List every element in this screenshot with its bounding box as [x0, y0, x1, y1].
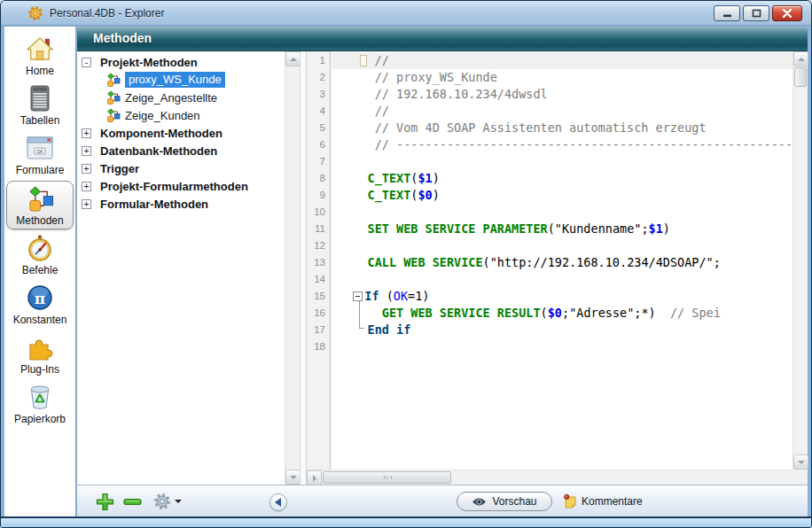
sidebar-item-label: Befehle [22, 264, 59, 276]
sidebar-item-plugins[interactable]: Plug-Ins [6, 330, 74, 378]
comments-toggle[interactable]: Kommentare [563, 493, 643, 509]
sidebar-item-befehle[interactable]: Befehle [6, 231, 74, 279]
explorer-window: Personal.4DB - Explorer Home Tabellen OK… [0, 0, 812, 528]
expand-node-icon[interactable]: + [82, 199, 91, 209]
content-area: Methoden -Projekt-Methoden proxy_WS_Kund… [77, 27, 808, 516]
maximize-button[interactable] [743, 5, 769, 21]
expand-node-icon[interactable]: + [82, 146, 91, 156]
add-method-button[interactable] [96, 493, 114, 511]
panel-splitter[interactable] [300, 51, 307, 485]
tree-item-label: proxy_WS_Kunde [125, 72, 225, 88]
note-icon [563, 493, 577, 509]
scroll-right-button[interactable] [307, 470, 322, 485]
method-tree-panel[interactable]: -Projekt-Methoden proxy_WS_Kunde Zeige_A… [77, 51, 300, 485]
sidebar-item-konstanten[interactable]: π Konstanten [6, 281, 74, 329]
expand-node-icon[interactable]: + [82, 182, 91, 191]
tree-item-label: Projekt-Formularmethoden [100, 180, 248, 193]
code-line-12 [332, 237, 792, 254]
horizontal-scroll-thumb[interactable] [323, 471, 451, 484]
code-horizontal-scrollbar[interactable] [307, 470, 792, 485]
sidebar-item-tabellen[interactable]: Tabellen [6, 82, 74, 129]
sidebar-item-home[interactable]: Home [6, 32, 74, 80]
tree-item-datenbank-methoden[interactable]: +Datenbank-Methoden [77, 142, 285, 159]
line-number: 16 [307, 305, 330, 322]
fold-collapse-icon[interactable] [353, 291, 363, 301]
line-number: 10 [307, 204, 330, 221]
scroll-down-button[interactable] [285, 470, 300, 485]
tree-item-zeige-angestellte[interactable]: Zeige_Angestellte [77, 89, 285, 106]
code-editor-area[interactable]: // // proxy_WS_Kunde // 192.168.10.234/4… [332, 51, 792, 470]
plus-icon [96, 493, 114, 511]
svg-text:π: π [35, 290, 45, 307]
code-vertical-scrollbar[interactable] [792, 51, 808, 470]
minimize-button[interactable] [714, 5, 740, 21]
comments-label: Kommentare [582, 495, 643, 508]
code-line-18 [332, 338, 792, 355]
line-number: 6 [307, 136, 330, 153]
line-number-gutter: 123456789101112131415161718 [307, 51, 331, 470]
code-line-7 [332, 153, 792, 170]
panel-header: Methoden [77, 27, 808, 51]
line-number: 18 [307, 338, 330, 355]
window-controls [714, 5, 802, 21]
commands-icon [27, 235, 53, 261]
tree-vertical-scrollbar[interactable] [285, 51, 300, 485]
expand-node-icon[interactable]: + [82, 164, 91, 174]
sidebar-item-label: Plug-Ins [20, 363, 59, 376]
home-icon [27, 36, 53, 61]
tree-item-trigger[interactable]: +Trigger [77, 159, 285, 177]
scroll-up-button[interactable] [793, 51, 808, 66]
sidebar-item-methoden[interactable]: Methoden [6, 181, 74, 229]
eye-icon [472, 497, 487, 507]
options-menu-button[interactable] [153, 493, 182, 510]
tree-item-komponent-methoden[interactable]: +Komponent-Methoden [77, 124, 285, 142]
sidebar-item-formulare[interactable]: OK Formulare [6, 131, 74, 179]
code-line-1: // [332, 52, 792, 69]
tables-icon [29, 85, 51, 112]
tree-item-zeige-kunden[interactable]: Zeige_Kunden [77, 106, 285, 124]
collapse-node-icon[interactable]: - [82, 58, 91, 67]
method-tree: -Projekt-Methoden proxy_WS_Kunde Zeige_A… [77, 53, 285, 213]
code-line-13: CALL WEB SERVICE("http://192.168.10.234/… [332, 254, 792, 271]
page-title: Methoden [77, 27, 808, 50]
line-number: 4 [307, 103, 330, 120]
trash-icon [27, 384, 53, 410]
sidebar-item-papierkorb[interactable]: Papierkorb [6, 380, 74, 428]
tree-item-projekt-methoden[interactable]: -Projekt-Methoden [77, 53, 285, 71]
sidebar-item-label: Home [26, 65, 54, 77]
code-line-2: // proxy_WS_Kunde [332, 69, 792, 86]
tree-item-proxy-ws-kunde[interactable]: proxy_WS_Kunde [77, 71, 285, 89]
scroll-down-button[interactable] [793, 454, 808, 470]
tree-item-projekt-formularmethoden[interactable]: +Projekt-Formularmethoden [77, 177, 285, 195]
delete-method-button[interactable] [123, 493, 142, 511]
dropdown-caret-icon [175, 500, 182, 507]
line-number: 11 [307, 221, 330, 237]
line-number: 13 [307, 254, 330, 271]
tree-item-label: Trigger [100, 162, 139, 175]
tree-item-label: Formular-Methoden [100, 198, 208, 211]
tree-item-formular-methoden[interactable]: +Formular-Methoden [77, 195, 285, 213]
code-preview-panel: 123456789101112131415161718 // // proxy_… [307, 51, 808, 485]
tree-item-label: Projekt-Methoden [100, 56, 198, 69]
window-title: Personal.4DB - Explorer [50, 7, 164, 19]
sidebar-item-label: Tabellen [20, 114, 60, 127]
left-arrow-icon [270, 498, 281, 507]
constants-icon: π [27, 284, 53, 311]
collapse-panel-button[interactable] [269, 493, 287, 511]
line-number: 15 [307, 288, 330, 305]
fold-guide-line [359, 301, 364, 329]
scroll-up-button[interactable] [285, 51, 300, 66]
window-bottom-border [1, 516, 811, 527]
preview-button[interactable]: Vorschau [457, 492, 552, 511]
code-line-17: End if [332, 322, 792, 338]
tree-item-label: Zeige_Kunden [125, 109, 200, 122]
method-icon [106, 73, 121, 87]
scrollbar-corner [792, 470, 808, 485]
close-button[interactable] [772, 5, 802, 21]
expand-node-icon[interactable]: + [82, 128, 91, 138]
sidebar-item-label: Formulare [16, 164, 65, 176]
vertical-scroll-thumb[interactable] [794, 67, 807, 87]
sidebar-item-label: Papierkorb [14, 413, 66, 425]
code-line-3: // 192.168.10.234/4dwsdl [332, 86, 792, 103]
code-line-6: // -------------------------------------… [332, 136, 792, 153]
